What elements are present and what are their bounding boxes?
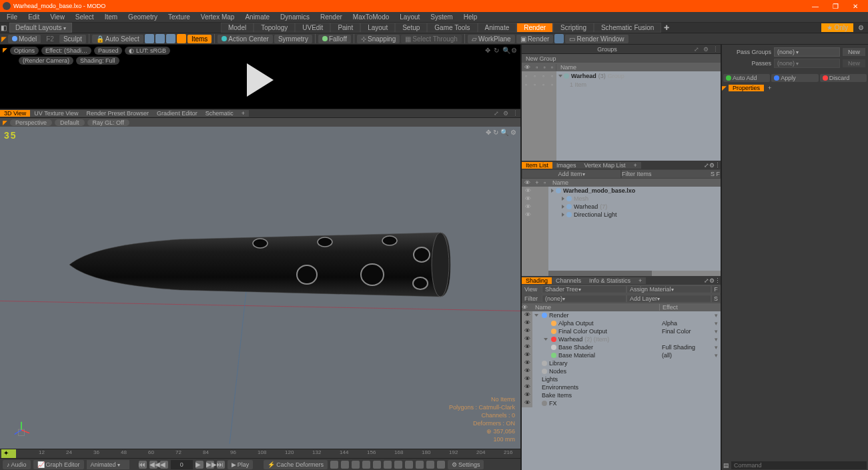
shader-row[interactable]: 👁FX [522,399,721,407]
auto-add-button[interactable]: Auto Add [723,74,770,82]
maximize-button[interactable]: ❐ [825,3,845,10]
lock-col-icon[interactable]: ▫ [544,179,546,186]
timeline-start-icon[interactable]: ✦ [1,449,11,458]
play-button[interactable]: ▶ Play [228,460,254,469]
viewport-tab-add[interactable]: + [238,110,249,117]
apply-button[interactable]: Apply [771,74,818,82]
viewport-shading-dropdown[interactable]: Default [55,119,85,126]
layout-tab-model[interactable]: Model [221,23,254,33]
key-tool-4[interactable] [362,461,370,469]
shading-menu-icon[interactable]: ⋮ [715,277,721,284]
menu-layout[interactable]: Layout [394,13,425,21]
assign-material-dropdown[interactable]: Assign Material [626,285,711,293]
add-layer-dropdown[interactable]: Add Layer [626,295,711,303]
sculpt-button[interactable]: Sculpt [59,35,86,43]
viewport-raygl-dropdown[interactable]: Ray GL: Off [87,119,129,126]
layout-tab-uvedit[interactable]: UVEdit [295,23,330,33]
falloff-button[interactable]: Falloff [318,35,351,43]
items-button[interactable]: Items [187,35,211,43]
action-center-button[interactable]: Action Center [218,35,273,43]
preview-gear-icon[interactable]: ⚙ [511,47,518,53]
preview-move-icon[interactable]: ✥ [485,47,492,53]
layout-tab-game-tools[interactable]: Game Tools [427,23,477,33]
menu-maxtomodo[interactable]: MaxToModo [348,13,394,21]
add-col-icon[interactable]: + [535,179,538,186]
layout-tab-layout[interactable]: Layout [360,23,395,33]
3d-viewport[interactable]: ◤ Perspective Default Ray GL: Off ✥ ↻ 🔍 … [0,118,520,449]
menu-animate[interactable]: Animate [240,13,275,21]
menu-item[interactable]: Item [99,13,123,21]
sel-mode-1-icon[interactable] [145,34,154,43]
item-row[interactable]: 👁 Mesh [522,195,721,203]
timeline[interactable]: ✦ 12243648607284961081201321441561681801… [0,449,520,458]
expand-icon[interactable] [562,213,564,217]
render-preset-icon[interactable] [554,34,564,43]
audio-button[interactable]: ♪ Audio [3,460,31,469]
preview-rotate-icon[interactable]: ↻ [494,47,500,53]
timeline-playhead[interactable] [11,449,16,458]
key-tool-11[interactable] [437,461,445,469]
groups-gear-icon[interactable]: ⚙ [703,46,710,53]
preview-zoom-icon[interactable]: 🔍 [502,47,509,53]
play-icon[interactable] [247,63,274,97]
itemlist-tab-vertex-map-list[interactable]: Vertex Map List [580,162,630,169]
shading-tab-info-statistics[interactable]: Info & Statistics [585,277,634,284]
key-tool-8[interactable] [405,461,413,469]
viewport-tab-render-preset-browser[interactable]: Render Preset Browser [83,110,153,117]
layout-tab-animate[interactable]: Animate [478,23,517,33]
graph-editor-button[interactable]: 📈 Graph Editor [33,460,84,469]
menu-render[interactable]: Render [315,13,348,21]
itemlist-tab-images[interactable]: Images [552,162,580,169]
preview-paused[interactable]: Paused [94,47,123,55]
add-item-dropdown[interactable]: Add Item [522,169,621,179]
preview-options[interactable]: Options [10,47,39,55]
itemlist-tab-add[interactable]: + [630,162,641,169]
preview-camera[interactable]: (Render Camera) [19,57,73,65]
shader-row[interactable]: 👁Nodes [522,367,721,375]
itemlist-menu-icon[interactable]: ⋮ [715,162,721,169]
filter-dropdown[interactable]: (none) [542,295,626,303]
item-row[interactable]: 👁 Directional Light [522,211,721,219]
shader-row[interactable]: 👁Library [522,359,721,367]
layout-tab-scripting[interactable]: Scripting [553,23,594,33]
itemlist-scrollbar[interactable] [548,271,721,276]
shading-tab-add[interactable]: + [634,277,646,284]
shader-row[interactable]: 👁Lights [522,375,721,383]
shading-gear-icon[interactable]: ⚙ [709,277,715,284]
key-tool-1[interactable] [330,461,338,469]
prev-frame-button[interactable]: ◀ [160,461,168,469]
shader-row[interactable]: 👁Render▾ [522,311,721,319]
lock-column-icon[interactable]: ▫ [543,64,545,71]
itemlist-expand-icon[interactable]: ⤢ [704,162,709,169]
filter-items-field[interactable]: Filter Items S F [621,169,721,179]
layout-add-button[interactable]: ✚ [661,24,672,31]
item-row[interactable]: 👁 Warhead_modo_base.lxo [522,187,721,195]
preview-effect[interactable]: Effect: (Shadi… [41,47,91,55]
viewport-camera-dropdown[interactable]: Perspective [10,119,52,126]
preview-lut[interactable]: ◐ LUT: sRGB [125,47,170,55]
next-frame-button[interactable]: ▶ [195,461,203,469]
group-row-warhead[interactable]: ◦◦◦◦ Warhead (3) Group [522,71,721,80]
passes-dropdown[interactable]: (none) [774,59,840,68]
viewport-tab-3d-view[interactable]: 3D View [0,110,30,117]
command-history-icon[interactable]: ▤ [723,462,729,469]
shader-row[interactable]: 👁Final Color OutputFinal Color▾ [522,327,721,335]
shading-f-button[interactable]: F [711,285,721,293]
workplane-button[interactable]: ▱WorkPlane [468,35,515,43]
only-button[interactable]: ★ Only [821,23,853,32]
groups-menu-icon[interactable]: ⋮ [713,46,719,53]
symmetry-button[interactable]: Symmetry [274,35,312,43]
select-through-button[interactable]: ▦Select Through [401,35,462,43]
sel-mode-3-icon[interactable] [166,34,175,43]
key-tool-3[interactable] [352,461,360,469]
layout-tab-paint[interactable]: Paint [330,23,360,33]
viewport-gear-icon[interactable]: ⚙ [503,110,510,117]
shader-row[interactable]: 👁Base ShaderFull Shading▾ [522,343,721,351]
expand-icon[interactable] [558,75,562,77]
shader-row[interactable]: 👁Alpha OutputAlpha▾ [522,319,721,327]
item-row[interactable]: 👁 Warhead (7) [522,203,721,211]
groups-expand-icon[interactable]: ⤢ [694,46,701,53]
model-mode-button[interactable]: Model [8,35,41,43]
solo-column-icon[interactable]: ▫ [536,64,538,71]
menu-edit[interactable]: Edit [23,13,45,21]
